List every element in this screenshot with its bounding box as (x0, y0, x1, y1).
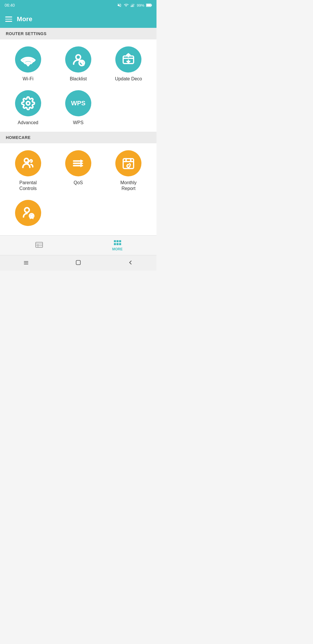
svg-rect-0 (131, 6, 131, 7)
wps-label: WPS (73, 120, 83, 126)
svg-rect-1 (132, 5, 132, 7)
svg-rect-28 (36, 242, 43, 247)
admin-circle (15, 200, 41, 226)
qos-item[interactable]: QoS (53, 150, 103, 192)
svg-rect-37 (119, 243, 121, 245)
admin-item[interactable] (3, 200, 53, 229)
svg-rect-35 (114, 243, 116, 245)
battery-text: 99% (137, 3, 144, 8)
parental-controls-label: ParentalControls (19, 180, 37, 192)
update-deco-circle (115, 46, 141, 73)
wifi-circle (15, 46, 41, 73)
wifi-status-icon (123, 3, 129, 8)
svg-point-24 (127, 164, 130, 166)
qos-label: QoS (74, 180, 83, 186)
blacklist-icon (71, 53, 85, 66)
bottom-nav: MORE (0, 235, 156, 255)
svg-rect-32 (114, 240, 116, 242)
recent-apps-icon (23, 259, 29, 266)
status-time: 06:40 (5, 3, 15, 8)
mute-icon (117, 3, 122, 8)
nav-overview[interactable] (0, 242, 78, 249)
nav-more-label: MORE (112, 247, 123, 251)
advanced-label: Advanced (18, 120, 38, 126)
blacklist-item[interactable]: Blacklist (53, 46, 103, 82)
home-button[interactable] (75, 259, 81, 267)
monthly-report-label: MonthlyReport (120, 180, 137, 192)
wifi-icon (21, 52, 36, 67)
wps-text-label: WPS (71, 100, 85, 107)
update-deco-label: Update Deco (115, 76, 142, 82)
router-settings-grid: Wi-Fi Blacklist Update De (0, 39, 156, 132)
monthly-report-circle (115, 150, 141, 176)
svg-rect-41 (76, 260, 81, 265)
gear-icon (21, 96, 35, 110)
router-settings-header: ROUTER SETTINGS (0, 28, 156, 39)
qos-icon (71, 156, 85, 170)
svg-rect-36 (117, 243, 119, 245)
parental-circle (15, 150, 41, 176)
blacklist-label: Blacklist (70, 76, 87, 82)
update-deco-icon (121, 53, 135, 66)
svg-point-25 (25, 208, 29, 212)
homecare-grid: ParentalControls QoS (0, 143, 156, 236)
svg-rect-33 (117, 240, 119, 242)
parental-icon (21, 156, 35, 170)
signal-icon (130, 3, 135, 8)
back-button[interactable] (127, 259, 134, 267)
report-icon (121, 156, 135, 170)
svg-point-8 (76, 55, 81, 59)
qos-circle (65, 150, 91, 176)
blacklist-circle (65, 46, 91, 73)
wps-item[interactable]: WPS WPS (53, 90, 103, 126)
nav-more[interactable]: MORE (78, 240, 156, 251)
wps-circle: WPS (65, 90, 91, 116)
overview-nav-icon (35, 242, 43, 248)
svg-point-7 (27, 64, 29, 66)
app-bar: More (0, 10, 156, 28)
more-nav-icon (113, 240, 121, 246)
back-icon (127, 259, 134, 266)
battery-icon (146, 3, 152, 7)
status-bar: 06:40 99% (0, 0, 156, 10)
app-bar-title: More (17, 15, 32, 23)
homecare-header: HOMECARE (0, 132, 156, 143)
advanced-circle (15, 90, 41, 116)
parental-controls-item[interactable]: ParentalControls (3, 150, 53, 192)
wifi-item[interactable]: Wi-Fi (3, 46, 53, 82)
system-nav (0, 255, 156, 271)
monthly-report-item[interactable]: MonthlyReport (103, 150, 154, 192)
home-icon (75, 259, 81, 266)
admin-icon (21, 206, 35, 220)
svg-rect-5 (151, 5, 152, 6)
svg-rect-2 (133, 4, 133, 7)
svg-rect-6 (146, 4, 151, 6)
advanced-item[interactable]: Advanced (3, 90, 53, 126)
hamburger-button[interactable] (5, 17, 12, 22)
recent-apps-button[interactable] (23, 259, 29, 267)
wifi-label: Wi-Fi (23, 76, 33, 82)
svg-rect-34 (119, 240, 121, 242)
update-deco-item[interactable]: Update Deco (103, 46, 154, 82)
status-icons: 99% (117, 3, 152, 8)
svg-rect-3 (134, 4, 134, 7)
